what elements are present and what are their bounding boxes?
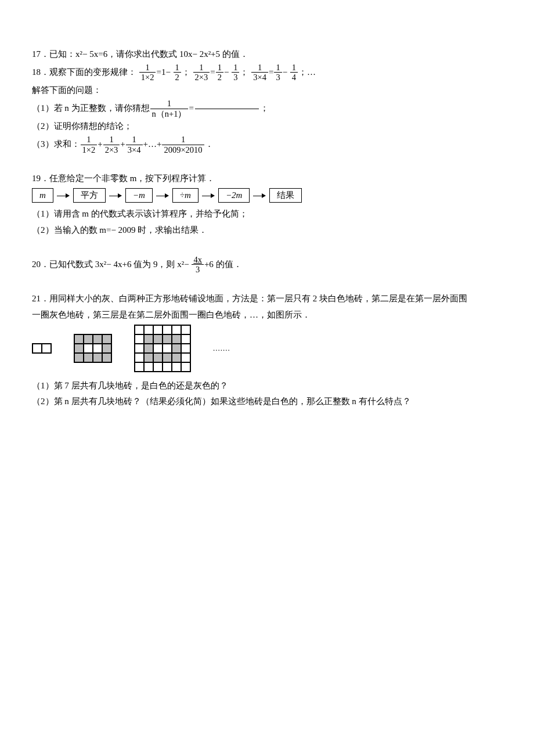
minus1: − <box>224 67 229 76</box>
q19-num: 19 <box>32 174 41 183</box>
q21-line2: 一圈灰色地砖，第三层是在第二层外面围一圈白色地砖，…，如图所示． <box>32 307 502 323</box>
q18-p3: （3）求和：11×2+12×3+13×4+…+12009×2010． <box>32 135 502 154</box>
q18-p1-b: = <box>189 103 193 112</box>
frac-1-2b: 12 <box>216 63 223 82</box>
flow-box-result: 结果 <box>269 188 302 203</box>
minus2: − <box>283 67 287 76</box>
q17-num: 17 <box>32 49 41 59</box>
q20: 20．已知代数式 3x²− 4x+6 值为 9，则 x²− 4x3+6 的值． <box>32 255 502 275</box>
frac-1-1x2: 11×2 <box>139 63 156 82</box>
q19-p2: （2）当输入的数 m=− 2009 时，求输出结果． <box>32 222 502 239</box>
q17: 17．已知：x²− 5x=6，请你求出代数式 10x− 2x²+5 的值． <box>32 46 502 63</box>
blank-answer <box>195 109 259 109</box>
q20-b: +6 的值． <box>204 259 242 268</box>
q18-p1-a: （1）若 n 为正整数，请你猜想 <box>32 103 150 112</box>
q18-line1: 18．观察下面的变形规律： 11×2=1− 12； 12×3=12− 13； 1… <box>32 63 502 82</box>
flow-box-m: m <box>32 188 53 203</box>
q21-p2: （2）第 n 层共有几块地砖？（结果必须化简）如果这些地砖是白色的，那么正整数 … <box>32 394 502 410</box>
frac-1-nn1: 1n（n+1） <box>150 99 189 118</box>
q19-p1: （1）请用含 m 的代数式表示该计算程序，并给予化简； <box>32 206 502 222</box>
period: ． <box>205 139 214 149</box>
q20-a: 已知代数式 3x²− 4x+6 值为 9，则 x²− <box>49 259 189 268</box>
q21-num: 21 <box>32 294 41 303</box>
s2: 12×3 <box>103 135 120 154</box>
q21-p1: （1）第 7 层共有几块地砖，是白色的还是灰色的？ <box>32 378 502 394</box>
dots: +…+ <box>143 139 162 149</box>
frac-1-3: 13 <box>232 63 239 82</box>
flow-box-div-m: ÷m <box>172 188 199 203</box>
q18-p1-c: ； <box>260 103 269 112</box>
arrow-icon <box>109 193 122 199</box>
plus2: + <box>120 139 125 149</box>
q17-text: 已知：x²− 5x=6，请你求出代数式 10x− 2x²+5 的值． <box>49 49 248 59</box>
eq2: = <box>210 67 215 76</box>
flow-box-square: 平方 <box>73 188 106 203</box>
q19-line1: 19．任意给定一个非零数 m，按下列程序计算． <box>32 171 502 187</box>
s1: 11×2 <box>81 135 98 154</box>
eq3: = <box>269 67 273 76</box>
eq1: =1− <box>156 67 170 76</box>
sep2: ； <box>240 67 248 76</box>
q19-text: 任意给定一个非零数 m，按下列程序计算． <box>49 174 215 183</box>
frac-1-3x4: 13×4 <box>251 63 268 82</box>
q20-num: 20 <box>32 259 41 268</box>
frac-4x-3: 4x3 <box>192 255 204 275</box>
arrow-icon <box>156 193 169 199</box>
q18-p1: （1）若 n 为正整数，请你猜想1n（n+1）=； <box>32 99 502 118</box>
arrow-icon <box>253 193 266 199</box>
q18-num: 18 <box>32 67 41 76</box>
q21-line1: 21．用同样大小的灰、白两种正方形地砖铺设地面，方法是：第一层只有 2 块白色地… <box>32 291 502 307</box>
tile-layer-2 <box>74 334 112 363</box>
flow-box-minus-m: −m <box>125 188 153 203</box>
s3: 13×4 <box>126 135 143 154</box>
frac-1-3b: 13 <box>274 63 282 82</box>
q18-lead: 观察下面的变形规律： <box>49 67 136 76</box>
q18-line2: 解答下面的问题： <box>32 82 502 99</box>
tile-figure: ....... <box>32 325 502 372</box>
ellipsis-dots: ....... <box>213 341 230 355</box>
s4: 12009×2010 <box>162 135 204 154</box>
sep1: ； <box>182 67 190 76</box>
frac-1-2: 12 <box>174 63 181 82</box>
arrow-icon <box>57 193 70 199</box>
frac-1-2x3: 12×3 <box>193 63 210 82</box>
q18-p2: （2）证明你猜想的结论； <box>32 118 502 135</box>
tile-layer-3 <box>134 325 191 372</box>
q18-p3-a: （3）求和： <box>32 139 80 149</box>
plus1: + <box>98 139 102 149</box>
tail: ；… <box>298 67 316 76</box>
flow-box-minus-2m: −2m <box>218 188 250 203</box>
flowchart: m 平方 −m ÷m −2m 结果 <box>32 188 502 203</box>
q21-l1: 用同样大小的灰、白两种正方形地砖铺设地面，方法是：第一层只有 2 块白色地砖，第… <box>49 294 467 303</box>
arrow-icon <box>202 193 215 199</box>
frac-1-4: 14 <box>290 63 298 82</box>
tile-layer-1 <box>32 343 52 354</box>
